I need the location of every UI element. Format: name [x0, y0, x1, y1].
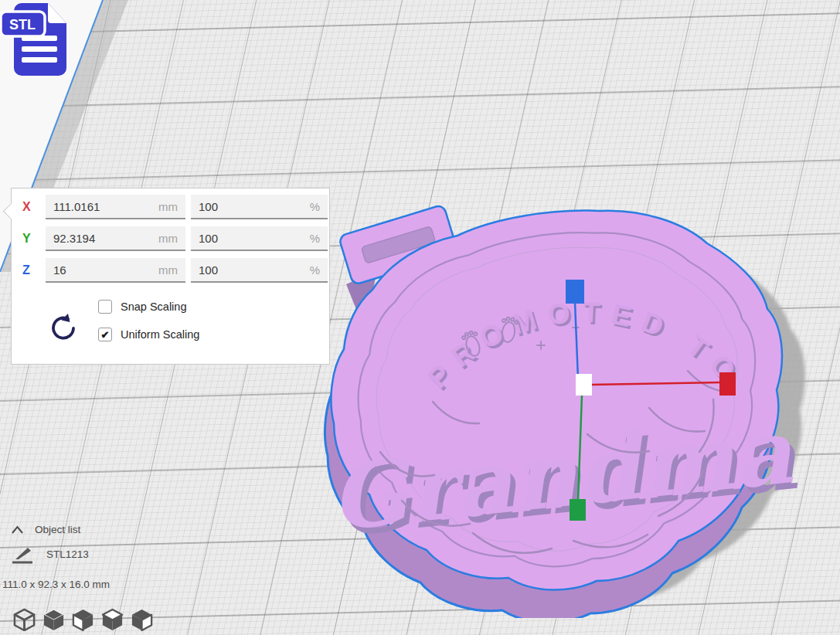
model-dimensions-label: 111.0 x 92.3 x 16.0 mm [2, 579, 110, 590]
view-3d-icon [12, 607, 36, 631]
axis-x-label: X [22, 200, 46, 214]
view-front-icon [42, 607, 66, 631]
view-top-button[interactable] [100, 607, 124, 631]
uniform-scaling-box[interactable]: ✔ [98, 328, 112, 341]
edit-pencil-icon [9, 544, 34, 564]
axis-z-label: Z [22, 263, 46, 277]
gizmo-center-handle[interactable] [576, 374, 592, 396]
z-percent-field: % [191, 258, 328, 283]
x-unit-label: mm [158, 200, 178, 213]
view-left-button[interactable] [71, 607, 95, 631]
x-percent-input[interactable] [199, 200, 305, 213]
z-percent-unit-label: % [310, 263, 320, 277]
object-list-item[interactable]: STL1213 [9, 544, 89, 564]
z-size-field: mm [46, 258, 185, 283]
x-percent-field: % [191, 195, 328, 219]
snap-scaling-box[interactable] [98, 300, 112, 314]
z-percent-input[interactable] [199, 263, 305, 277]
x-percent-unit-label: % [310, 200, 320, 213]
axis-y-label: Y [22, 232, 46, 246]
y-percent-field: % [191, 226, 328, 251]
scale-row-y: Y mm % [22, 226, 329, 252]
object-item-name: STL1213 [46, 548, 89, 560]
uniform-scaling-label: Uniform Scaling [121, 328, 199, 341]
z-unit-label: mm [158, 263, 178, 277]
gizmo-x-handle[interactable] [719, 372, 736, 396]
scale-row-z: Z mm % [22, 257, 329, 284]
chevron-up-icon [11, 525, 24, 535]
view-right-button[interactable] [130, 607, 154, 631]
view-front-button[interactable] [42, 607, 66, 631]
x-size-field: mm [46, 195, 185, 219]
scale-panel: X mm % Y mm % Z mm % [11, 188, 330, 365]
view-top-icon [100, 607, 124, 631]
y-size-input[interactable] [53, 232, 154, 245]
model-mold-promoted-to-grandma[interactable]: PROMOTED TO PROMOTED TO Grandma Grandma [301, 185, 840, 618]
view-left-icon [71, 607, 95, 631]
z-size-input[interactable] [53, 263, 154, 277]
x-size-input[interactable] [53, 200, 154, 213]
y-size-field: mm [46, 226, 185, 251]
uniform-scaling-checkbox[interactable]: ✔ Uniform Scaling [98, 328, 199, 341]
reset-scale-button[interactable] [47, 312, 78, 345]
view-toolbar [12, 607, 154, 631]
snap-scaling-checkbox[interactable]: Snap Scaling [98, 300, 186, 314]
snap-scaling-label: Snap Scaling [121, 301, 186, 313]
object-list-toggle[interactable]: Object list [11, 524, 80, 535]
reset-icon [47, 312, 78, 345]
scale-row-x: X mm % [22, 194, 329, 220]
slicer-app: { "stl_icon": { "badge": "STL" }, "scale… [0, 0, 840, 635]
view-3d-button[interactable] [12, 607, 36, 631]
stl-file-icon: STL [0, 2, 73, 79]
y-percent-unit-label: % [310, 232, 320, 245]
svg-text:STL: STL [9, 17, 36, 32]
object-list-label: Object list [35, 524, 80, 535]
y-unit-label: mm [158, 232, 178, 245]
stl-badge: STL [1, 12, 45, 36]
gizmo-y-handle[interactable] [570, 499, 586, 521]
view-right-icon [130, 607, 154, 631]
gizmo-z-handle[interactable] [566, 280, 584, 304]
y-percent-input[interactable] [199, 232, 305, 245]
